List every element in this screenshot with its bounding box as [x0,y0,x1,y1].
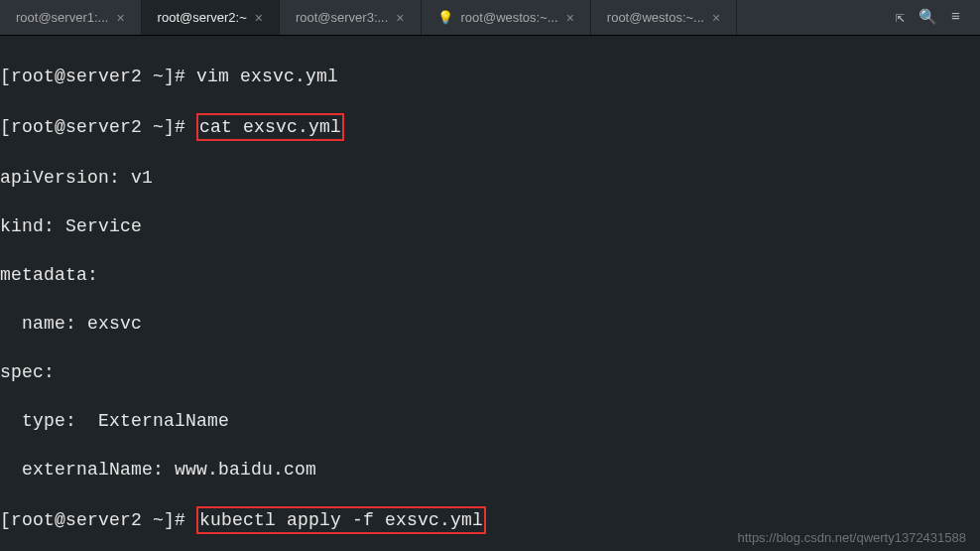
highlight-box: kubectl apply -f exsvc.yml [196,506,486,535]
close-icon[interactable]: × [396,10,404,26]
highlight-box: cat exsvc.yml [196,113,344,142]
close-icon[interactable]: × [255,10,263,26]
tab-label: root@server3:... [296,10,388,25]
tab-server1[interactable]: root@server1:... × [0,0,142,35]
terminal-output[interactable]: [root@server2 ~]# vim exsvc.yml [root@se… [0,36,980,551]
tab-westos1[interactable]: 💡 root@westos:~... × [422,0,591,35]
yaml-line: type: ExternalName [0,409,980,434]
tab-label: root@westos:~... [461,10,558,25]
tab-server3[interactable]: root@server3:... × [280,0,422,35]
search-icon[interactable]: 🔍 [919,8,937,27]
lightbulb-icon: 💡 [437,10,453,25]
download-icon[interactable]: ⇱ [896,8,905,27]
tab-bar: root@server1:... × root@server2:~ × root… [0,0,980,36]
watermark: https://blog.csdn.net/qwerty1372431588 [737,530,966,545]
tab-label: root@server1:... [16,10,108,25]
yaml-line: externalName: www.baidu.com [0,458,980,482]
close-icon[interactable]: × [566,10,574,26]
menu-icon[interactable]: ≡ [951,9,960,26]
close-icon[interactable]: × [116,10,124,26]
tabbar-actions: ⇱ 🔍 ≡ [896,8,980,27]
tab-label: root@westos:~... [607,10,704,25]
tab-server2[interactable]: root@server2:~ × [142,0,280,35]
prompt: [root@server2 ~]# [0,117,196,137]
close-icon[interactable]: × [712,10,720,26]
yaml-line: kind: Service [0,214,980,239]
yaml-line: spec: [0,360,980,385]
command-text: vim exsvc.yml [196,67,338,86]
command-text: kubectl apply -f exsvc.yml [199,510,483,530]
yaml-line: name: exsvc [0,312,980,337]
command-text: cat exsvc.yml [199,117,341,137]
tab-label: root@server2:~ [158,10,247,25]
tab-westos2[interactable]: root@westos:~... × [591,0,737,35]
prompt: [root@server2 ~]# [0,67,196,86]
yaml-line: apiVersion: v1 [0,166,980,191]
yaml-line: metadata: [0,263,980,288]
prompt: [root@server2 ~]# [0,510,196,530]
